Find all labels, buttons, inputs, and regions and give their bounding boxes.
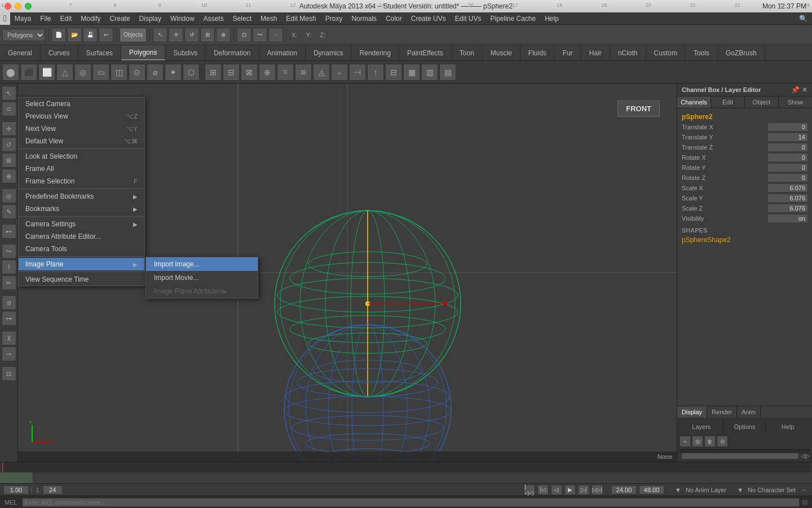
scroll-left-btn[interactable]: ◁ bbox=[801, 453, 805, 459]
cb-bt-render[interactable]: Render bbox=[707, 406, 737, 418]
tab-ncloth[interactable]: nCloth bbox=[610, 45, 646, 60]
menu-view-sequence-time[interactable]: View Sequence Time bbox=[19, 273, 144, 286]
shelf-checker-icon[interactable]: ▦ bbox=[403, 64, 420, 81]
select-tool-btn[interactable]: ↖ bbox=[153, 28, 167, 42]
cb-pin-icon[interactable]: 📌 bbox=[791, 86, 800, 94]
step-back-btn[interactable]: |◁ bbox=[537, 485, 549, 495]
visibility-input[interactable] bbox=[768, 214, 807, 222]
new-layer2-btn[interactable]: ⊞ bbox=[692, 436, 703, 447]
sculpt-btn[interactable]: ⊴ bbox=[2, 295, 16, 310]
menu-window[interactable]: Window bbox=[166, 14, 199, 24]
import-image-btn[interactable]: Import Image... bbox=[146, 257, 258, 271]
range-end-input[interactable] bbox=[639, 485, 664, 494]
smooth-brush-btn[interactable]: ⊶ bbox=[2, 311, 16, 326]
timeline-scrubber[interactable] bbox=[0, 472, 812, 483]
import-movie-btn[interactable]: Import Movie... bbox=[146, 271, 258, 284]
lasso-select-btn[interactable]: ⊂ bbox=[2, 102, 16, 116]
cb-bt-display[interactable]: Display bbox=[677, 406, 707, 418]
shelf-sphere-icon[interactable]: ⬤ bbox=[2, 64, 19, 81]
scale-z-input[interactable] bbox=[768, 204, 807, 212]
menu-edit-mesh[interactable]: Edit Mesh bbox=[281, 14, 320, 24]
menu-proxy[interactable]: Proxy bbox=[321, 14, 347, 24]
maya-menu[interactable]: Maya bbox=[10, 14, 36, 24]
tab-animation[interactable]: Animation bbox=[259, 45, 306, 60]
menu-select[interactable]: Select bbox=[228, 14, 256, 24]
shelf-mirror-icon[interactable]: ⊣ bbox=[349, 64, 366, 81]
paint-select-btn[interactable]: ✎ bbox=[2, 204, 16, 219]
translate-y-input[interactable] bbox=[768, 133, 807, 141]
menu-frame-selection[interactable]: Frame Selection F bbox=[19, 175, 144, 187]
scroll-right-btn[interactable]: ▷ bbox=[805, 453, 810, 459]
menu-previous-view[interactable]: Previous View ⌥Z bbox=[19, 110, 144, 122]
open-file-btn[interactable]: 📂 bbox=[67, 28, 82, 42]
shelf-cylinder-icon[interactable]: ⬜ bbox=[38, 64, 55, 81]
translate-z-input[interactable] bbox=[768, 143, 807, 151]
step-fwd-btn[interactable]: ▷| bbox=[578, 485, 589, 495]
cb-tab-object[interactable]: Object bbox=[745, 97, 779, 108]
menu-bookmarks[interactable]: Bookmarks ▶ bbox=[19, 203, 144, 215]
delete-layer-btn[interactable]: 🗑 bbox=[704, 436, 716, 447]
end-frame-input[interactable] bbox=[43, 485, 63, 494]
measure-btn[interactable]: ⊸ bbox=[2, 347, 16, 361]
shelf-plane-icon[interactable]: ▭ bbox=[92, 64, 109, 81]
new-file-btn[interactable]: 📄 bbox=[51, 28, 66, 42]
ep-curve-btn[interactable]: ⌇ bbox=[2, 260, 16, 274]
menu-normals[interactable]: Normals bbox=[347, 14, 381, 24]
soft-select-btn[interactable]: ◎ bbox=[2, 189, 16, 203]
snap-point-btn[interactable]: · bbox=[268, 28, 283, 42]
play-back-btn[interactable]: ◁ bbox=[551, 485, 562, 495]
tab-deformation[interactable]: Deformation bbox=[206, 45, 259, 60]
menu-frame-all[interactable]: Frame All bbox=[19, 163, 144, 175]
tab-dynamics[interactable]: Dynamics bbox=[306, 45, 352, 60]
translate-btn[interactable]: ✛ bbox=[169, 28, 183, 42]
snap-curve-btn[interactable]: 〜 bbox=[253, 28, 267, 42]
shelf-checker2-icon[interactable]: ▥ bbox=[421, 64, 438, 81]
viewport[interactable]: View Shading Lighting Show Renderer Pane… bbox=[18, 84, 677, 462]
move-tool-btn[interactable]: ✛ bbox=[2, 121, 16, 136]
options-tab[interactable]: Options bbox=[724, 421, 766, 432]
rotate-y-input[interactable] bbox=[768, 164, 807, 172]
shelf-booleans-icon[interactable]: ⊕ bbox=[259, 64, 276, 81]
scale-tool-btn[interactable]: ⊞ bbox=[2, 153, 16, 168]
shelf-combine-icon[interactable]: ⊞ bbox=[205, 64, 222, 81]
skip-to-start-btn[interactable]: |◁◁ bbox=[524, 485, 535, 495]
curve-tool-btn[interactable]: 〜 bbox=[2, 244, 16, 259]
tab-hair[interactable]: Hair bbox=[581, 45, 610, 60]
save-btn[interactable]: 💾 bbox=[83, 28, 98, 42]
menu-edit[interactable]: Edit bbox=[56, 14, 77, 24]
tab-toon[interactable]: Toon bbox=[452, 45, 483, 60]
menu-edit-uvs[interactable]: Edit UVs bbox=[451, 14, 486, 24]
tab-subdivs[interactable]: Subdivs bbox=[165, 45, 206, 60]
skip-to-end-btn[interactable]: ▷▷| bbox=[592, 485, 603, 495]
menu-modify[interactable]: Modify bbox=[76, 14, 105, 24]
tab-fur[interactable]: Fur bbox=[555, 45, 581, 60]
rotate-tool-btn[interactable]: ↺ bbox=[2, 137, 16, 152]
options-layer-btn[interactable]: ⚙ bbox=[717, 436, 728, 447]
tab-custom[interactable]: Custom bbox=[646, 45, 686, 60]
tab-fluids[interactable]: Fluids bbox=[520, 45, 555, 60]
anim-layer-dropdown[interactable]: ▼ bbox=[673, 487, 683, 493]
crease-tool-btn[interactable]: ⊻ bbox=[2, 331, 16, 345]
shelf-cube-icon[interactable]: ⬛ bbox=[20, 64, 37, 81]
script-editor-btn[interactable]: ▤ bbox=[800, 498, 807, 506]
tab-rendering[interactable]: Rendering bbox=[352, 45, 399, 60]
scale-y-input[interactable] bbox=[768, 194, 807, 202]
menu-next-view[interactable]: Next View ⌥Y bbox=[19, 122, 144, 135]
new-layer-btn[interactable]: + bbox=[679, 436, 691, 447]
menu-camera-attr-editor[interactable]: Camera Attribute Editor... bbox=[19, 230, 144, 243]
shelf-pipe-icon[interactable]: ⊙ bbox=[129, 64, 145, 81]
menu-mesh[interactable]: Mesh bbox=[256, 14, 281, 24]
menu-create[interactable]: Create bbox=[105, 14, 135, 24]
shelf-bridge-icon[interactable]: ⊟ bbox=[385, 64, 402, 81]
mode-select[interactable]: Polygons bbox=[2, 29, 45, 41]
layer-scrollbar[interactable]: ◁ ▷ bbox=[679, 452, 810, 459]
shelf-geosphere-icon[interactable]: ✦ bbox=[165, 64, 182, 81]
mel-input[interactable] bbox=[22, 498, 800, 507]
show-manip-btn[interactable]: ⊷ bbox=[2, 224, 16, 239]
shelf-helix-icon[interactable]: ⌀ bbox=[147, 64, 164, 81]
menu-camera-tools[interactable]: Camera Tools bbox=[19, 243, 144, 255]
scale-btn[interactable]: ⊞ bbox=[200, 28, 215, 42]
char-set-dropdown[interactable]: ▼ bbox=[735, 487, 745, 493]
menu-assets[interactable]: Assets bbox=[199, 14, 228, 24]
menu-select-camera[interactable]: Select Camera bbox=[19, 98, 144, 110]
